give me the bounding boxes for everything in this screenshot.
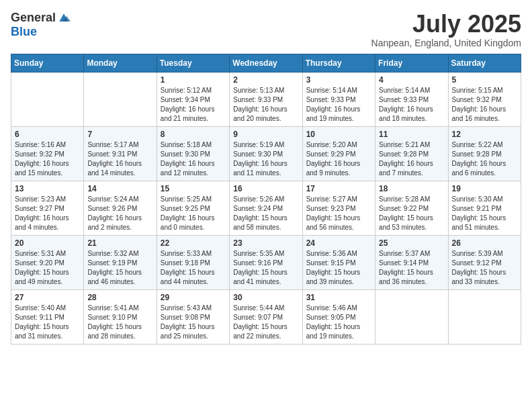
calendar-cell: 1Sunrise: 5:12 AMSunset: 9:34 PMDaylight… [157, 72, 229, 126]
calendar-cell: 23Sunrise: 5:35 AMSunset: 9:16 PMDayligh… [230, 235, 302, 289]
calendar-cell: 20Sunrise: 5:31 AMSunset: 9:20 PMDayligh… [11, 235, 84, 289]
day-info: Sunrise: 5:37 AMSunset: 9:14 PMDaylight:… [379, 249, 444, 287]
calendar-cell: 18Sunrise: 5:28 AMSunset: 9:22 PMDayligh… [375, 181, 448, 235]
day-info: Sunrise: 5:12 AMSunset: 9:34 PMDaylight:… [161, 86, 226, 124]
calendar-cell: 31Sunrise: 5:46 AMSunset: 9:05 PMDayligh… [302, 289, 375, 344]
calendar-cell: 29Sunrise: 5:43 AMSunset: 9:08 PMDayligh… [157, 289, 229, 344]
day-number: 23 [233, 238, 298, 248]
day-number: 27 [15, 293, 80, 302]
day-number: 9 [233, 130, 298, 139]
day-info: Sunrise: 5:21 AMSunset: 9:28 PMDaylight:… [379, 140, 444, 178]
day-number: 1 [161, 75, 226, 85]
day-of-week-header: Tuesday [157, 54, 229, 72]
calendar-cell: 28Sunrise: 5:41 AMSunset: 9:10 PMDayligh… [84, 289, 157, 344]
day-info: Sunrise: 5:41 AMSunset: 9:10 PMDaylight:… [87, 304, 152, 341]
day-number: 29 [161, 293, 226, 302]
day-number: 11 [379, 130, 444, 139]
day-of-week-header: Saturday [448, 54, 521, 72]
calendar-week-row: 20Sunrise: 5:31 AMSunset: 9:20 PMDayligh… [11, 235, 521, 289]
calendar-cell: 5Sunrise: 5:15 AMSunset: 9:32 PMDaylight… [448, 72, 521, 126]
title-block: July 2025 Nanpean, England, United Kingd… [371, 11, 521, 48]
calendar-cell: 19Sunrise: 5:30 AMSunset: 9:21 PMDayligh… [448, 181, 521, 235]
day-info: Sunrise: 5:14 AMSunset: 9:33 PMDaylight:… [306, 86, 371, 124]
day-number: 28 [87, 293, 152, 302]
day-number: 2 [233, 75, 298, 85]
day-info: Sunrise: 5:26 AMSunset: 9:24 PMDaylight:… [233, 195, 298, 232]
calendar-cell: 2Sunrise: 5:13 AMSunset: 9:33 PMDaylight… [230, 72, 302, 126]
day-info: Sunrise: 5:28 AMSunset: 9:22 PMDaylight:… [379, 195, 444, 232]
calendar-cell: 11Sunrise: 5:21 AMSunset: 9:28 PMDayligh… [375, 126, 448, 181]
day-info: Sunrise: 5:15 AMSunset: 9:32 PMDaylight:… [452, 86, 517, 124]
calendar-header-row: SundayMondayTuesdayWednesdayThursdayFrid… [11, 54, 521, 72]
day-info: Sunrise: 5:24 AMSunset: 9:26 PMDaylight:… [87, 195, 152, 232]
day-number: 19 [452, 184, 517, 193]
day-number: 6 [15, 130, 80, 139]
logo: General Blue [11, 11, 71, 39]
day-number: 31 [306, 293, 371, 302]
day-number: 15 [161, 184, 226, 193]
calendar-cell: 21Sunrise: 5:32 AMSunset: 9:19 PMDayligh… [84, 235, 157, 289]
calendar-cell: 27Sunrise: 5:40 AMSunset: 9:11 PMDayligh… [11, 289, 84, 344]
day-info: Sunrise: 5:40 AMSunset: 9:11 PMDaylight:… [15, 304, 80, 341]
day-number: 16 [233, 184, 298, 193]
calendar-week-row: 1Sunrise: 5:12 AMSunset: 9:34 PMDaylight… [11, 72, 521, 126]
logo-general-text: General [11, 11, 56, 25]
day-number: 8 [161, 130, 226, 139]
calendar-cell: 30Sunrise: 5:44 AMSunset: 9:07 PMDayligh… [230, 289, 302, 344]
day-info: Sunrise: 5:31 AMSunset: 9:20 PMDaylight:… [15, 249, 80, 287]
day-number: 18 [379, 184, 444, 193]
calendar-cell: 15Sunrise: 5:25 AMSunset: 9:25 PMDayligh… [157, 181, 229, 235]
day-number: 14 [87, 184, 152, 193]
calendar-cell: 10Sunrise: 5:20 AMSunset: 9:29 PMDayligh… [302, 126, 375, 181]
logo-icon [57, 11, 71, 25]
calendar-cell: 22Sunrise: 5:33 AMSunset: 9:18 PMDayligh… [157, 235, 229, 289]
day-number: 12 [452, 130, 517, 139]
calendar-cell [84, 72, 157, 126]
calendar-cell: 6Sunrise: 5:16 AMSunset: 9:32 PMDaylight… [11, 126, 84, 181]
day-number: 4 [379, 75, 444, 85]
day-of-week-header: Thursday [302, 54, 375, 72]
day-number: 26 [452, 238, 517, 248]
day-of-week-header: Wednesday [230, 54, 302, 72]
day-info: Sunrise: 5:35 AMSunset: 9:16 PMDaylight:… [233, 249, 298, 287]
day-info: Sunrise: 5:43 AMSunset: 9:08 PMDaylight:… [161, 304, 226, 341]
day-info: Sunrise: 5:30 AMSunset: 9:21 PMDaylight:… [452, 195, 517, 232]
calendar-cell [11, 72, 84, 126]
logo-blue-text: Blue [11, 25, 37, 39]
day-info: Sunrise: 5:20 AMSunset: 9:29 PMDaylight:… [306, 140, 371, 178]
calendar-cell: 14Sunrise: 5:24 AMSunset: 9:26 PMDayligh… [84, 181, 157, 235]
day-info: Sunrise: 5:27 AMSunset: 9:23 PMDaylight:… [306, 195, 371, 232]
day-number: 20 [15, 238, 80, 248]
calendar-week-row: 6Sunrise: 5:16 AMSunset: 9:32 PMDaylight… [11, 126, 521, 181]
day-info: Sunrise: 5:46 AMSunset: 9:05 PMDaylight:… [306, 304, 371, 341]
calendar-cell: 25Sunrise: 5:37 AMSunset: 9:14 PMDayligh… [375, 235, 448, 289]
day-info: Sunrise: 5:44 AMSunset: 9:07 PMDaylight:… [233, 304, 298, 341]
calendar-week-row: 13Sunrise: 5:23 AMSunset: 9:27 PMDayligh… [11, 181, 521, 235]
calendar-cell: 13Sunrise: 5:23 AMSunset: 9:27 PMDayligh… [11, 181, 84, 235]
day-number: 22 [161, 238, 226, 248]
day-info: Sunrise: 5:17 AMSunset: 9:31 PMDaylight:… [87, 140, 152, 178]
day-info: Sunrise: 5:16 AMSunset: 9:32 PMDaylight:… [15, 140, 80, 178]
day-info: Sunrise: 5:22 AMSunset: 9:28 PMDaylight:… [452, 140, 517, 178]
day-info: Sunrise: 5:13 AMSunset: 9:33 PMDaylight:… [233, 86, 298, 124]
day-number: 10 [306, 130, 371, 139]
day-number: 3 [306, 75, 371, 85]
calendar-cell: 26Sunrise: 5:39 AMSunset: 9:12 PMDayligh… [448, 235, 521, 289]
location: Nanpean, England, United Kingdom [371, 38, 521, 48]
day-info: Sunrise: 5:36 AMSunset: 9:15 PMDaylight:… [306, 249, 371, 287]
calendar-cell [375, 289, 448, 344]
month-title: July 2025 [371, 11, 521, 38]
calendar-cell: 12Sunrise: 5:22 AMSunset: 9:28 PMDayligh… [448, 126, 521, 181]
day-of-week-header: Friday [375, 54, 448, 72]
calendar-cell: 17Sunrise: 5:27 AMSunset: 9:23 PMDayligh… [302, 181, 375, 235]
day-number: 17 [306, 184, 371, 193]
calendar-cell: 3Sunrise: 5:14 AMSunset: 9:33 PMDaylight… [302, 72, 375, 126]
day-number: 5 [452, 75, 517, 85]
day-info: Sunrise: 5:18 AMSunset: 9:30 PMDaylight:… [161, 140, 226, 178]
calendar-cell: 8Sunrise: 5:18 AMSunset: 9:30 PMDaylight… [157, 126, 229, 181]
calendar-cell: 4Sunrise: 5:14 AMSunset: 9:33 PMDaylight… [375, 72, 448, 126]
day-number: 7 [87, 130, 152, 139]
day-number: 25 [379, 238, 444, 248]
calendar-cell: 9Sunrise: 5:19 AMSunset: 9:30 PMDaylight… [230, 126, 302, 181]
calendar-cell [448, 289, 521, 344]
